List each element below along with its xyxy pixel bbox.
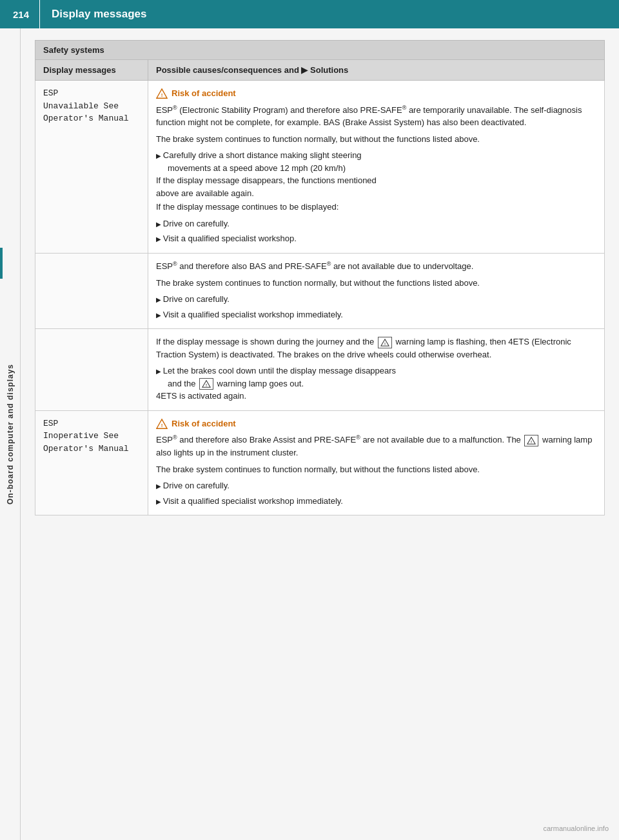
para-1-2: The brake system continues to function n…: [156, 133, 596, 146]
main-content: Safety systems Display messages Possible…: [21, 28, 619, 840]
section-header-cell: Safety systems: [35, 41, 605, 60]
display-message-cell-3: [35, 329, 148, 411]
solutions-cell-3: If the display message is shown during t…: [148, 329, 605, 411]
bullet-4-1: Drive on carefully.: [156, 479, 596, 492]
svg-text:!: !: [161, 423, 163, 428]
side-tab-bar: [0, 248, 3, 279]
inline-warning-icon-3: !: [524, 435, 538, 446]
warning-triangle-icon-1: !: [156, 88, 168, 99]
warning-triangle-icon-2: !: [156, 418, 168, 430]
table-row: ESP® and therefore also BAS and PRE-SAFE…: [35, 253, 605, 328]
side-label-text: On-board computer and displays: [6, 364, 15, 505]
display-message-cell-1: ESPUnavailable SeeOperator's Manual: [35, 81, 148, 254]
solutions-cell-2: ESP® and therefore also BAS and PRE-SAFE…: [148, 253, 605, 328]
section-header-row: Safety systems: [35, 41, 605, 60]
solutions-cell-1: ! Risk of accident ESP® (Electronic Stab…: [148, 81, 605, 254]
solutions-cell-4: ! Risk of accident ESP® and therefore al…: [148, 410, 605, 515]
svg-text:!: !: [384, 341, 386, 346]
watermark: carmanualonline.info: [543, 825, 609, 832]
para-3-1: If the display message is shown during t…: [156, 335, 596, 361]
col1-header: Display messages: [35, 60, 148, 81]
bullet-3-1: Let the brakes cool down until the displ…: [156, 365, 596, 403]
para-1-1: ESP® (Electronic Stability Program) and …: [156, 104, 596, 129]
display-message-cell-4: ESPInoperative SeeOperator's Manual: [35, 410, 148, 515]
page-number: 214: [0, 0, 40, 28]
inline-warning-icon-1: !: [378, 337, 392, 348]
para-2-2: The brake system continues to function n…: [156, 277, 596, 290]
bullet-1-2: Drive on carefully.: [156, 217, 596, 230]
bullet-2-2: Visit a qualified specialist workshop im…: [156, 308, 596, 321]
page-container: 214 Display messages On-board computer a…: [0, 0, 619, 840]
svg-text:!: !: [206, 383, 207, 388]
risk-title-1: ! Risk of accident: [156, 87, 596, 100]
bullet-2-1: Drive on carefully.: [156, 293, 596, 306]
svg-text:!: !: [161, 92, 163, 98]
bullet-1-1: Carefully drive a short distance making …: [156, 149, 596, 199]
inline-warning-icon-2: !: [199, 378, 213, 390]
para-4-2: The brake system continues to function n…: [156, 463, 596, 476]
svg-text:!: !: [531, 440, 532, 445]
risk-title-text-1: Risk of accident: [172, 87, 236, 100]
indent-3-1: and the ! warning lamp goes out. 4ETS is…: [156, 379, 304, 401]
col2-header: Possible causes/consequences and ▶ Solut…: [148, 60, 605, 81]
header-title: Display messages: [40, 8, 146, 21]
side-label: On-board computer and displays: [0, 28, 21, 840]
header-bar: 214 Display messages: [0, 0, 619, 28]
risk-title-2: ! Risk of accident: [156, 417, 596, 430]
column-header-row: Display messages Possible causes/consequ…: [35, 60, 605, 81]
safety-table: Safety systems Display messages Possible…: [35, 40, 605, 515]
table-row: If the display message is shown during t…: [35, 329, 605, 411]
risk-title-text-2: Risk of accident: [172, 417, 236, 430]
table-row: ESPUnavailable SeeOperator's Manual ! Ri…: [35, 81, 605, 254]
para-2-1: ESP® and therefore also BAS and PRE-SAFE…: [156, 260, 596, 273]
display-message-cell-2: [35, 253, 148, 328]
table-row: ESPInoperative SeeOperator's Manual ! Ri…: [35, 410, 605, 515]
para-4-1: ESP® and therefore also Brake Assist and…: [156, 434, 596, 459]
bullet-4-2: Visit a qualified specialist workshop im…: [156, 495, 596, 508]
para-1-3: If the display message continues to be d…: [156, 201, 596, 214]
indent-1-1: movements at a speed above 12 mph (20 km…: [156, 163, 377, 198]
bullet-1-3: Visit a qualified specialist workshop.: [156, 232, 596, 245]
